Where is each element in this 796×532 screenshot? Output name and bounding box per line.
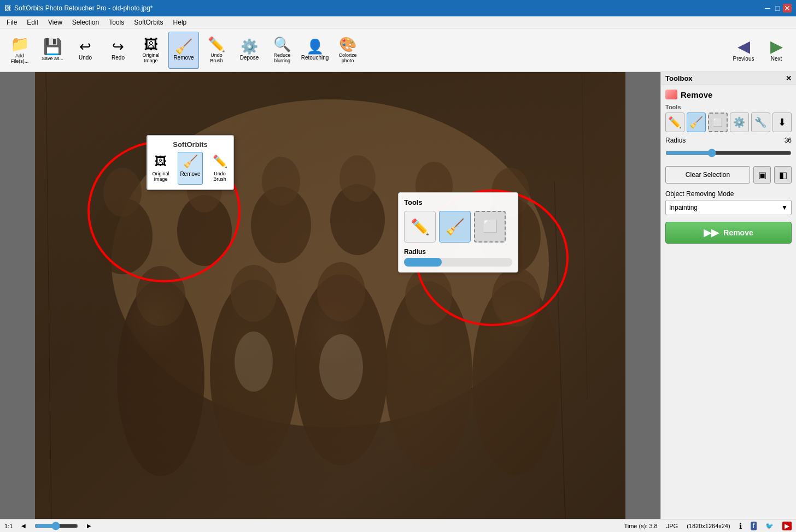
toolbox-remove-label: Remove (681, 90, 712, 99)
close-button[interactable]: ✕ (783, 4, 792, 13)
toolbar-original-image[interactable]: 🖼 Original Image (136, 32, 166, 69)
previous-button[interactable]: ◀ Previous (728, 31, 759, 68)
toolbox-tools-label: Tools (665, 104, 792, 110)
mode-dropdown-arrow: ▼ (781, 204, 788, 211)
toolbox-radius-slider[interactable] (665, 149, 792, 157)
toolbar-undo-brush[interactable]: ✏️ Undo Brush (201, 32, 232, 69)
svg-point-23 (492, 268, 540, 327)
window-title: SoftOrbits Photo Retoucher Pro - old-pho… (14, 4, 153, 12)
select-icon-btn-2[interactable]: ◧ (774, 166, 792, 184)
menu-bar: File Edit View Selection Tools SoftOrbit… (0, 16, 796, 28)
retouching-label: Retouching (301, 55, 329, 61)
popup-remove[interactable]: 🧹 Remove (178, 152, 203, 185)
iit-select-tool[interactable]: ⬜ (474, 211, 506, 243)
menu-edit[interactable]: Edit (22, 17, 43, 27)
svg-point-19 (317, 262, 365, 321)
toolbox-eraser-btn[interactable]: 🧹 (687, 113, 706, 132)
clear-selection-button[interactable]: Clear Selection (665, 166, 750, 184)
toolbox-panel: Toolbox ✕ Remove Tools ✏️ 🧹 ⬜ ⚙️ 🔧 ⬇ (660, 72, 796, 520)
minimize-button[interactable]: ─ (763, 4, 772, 13)
toolbox-brush-btn[interactable]: ✏️ (665, 113, 684, 132)
toolbar-add-files[interactable]: 📁 Add File(s)... (4, 32, 35, 69)
save-as-icon: 💾 (43, 39, 62, 55)
toolbar-remove[interactable]: 🧹 Remove (168, 32, 199, 69)
zoom-indicator: 1:1 (4, 523, 13, 529)
undo-label: Undo (79, 55, 92, 61)
zoom-slider[interactable] (34, 522, 78, 530)
info-icon[interactable]: ℹ (739, 522, 742, 530)
popup-undo-brush-label: Undo Brush (213, 171, 226, 182)
retouching-icon: 👤 (306, 39, 324, 54)
zoom-out-btn[interactable]: ◀ (21, 523, 26, 529)
select-icon-btn-1[interactable]: ▣ (753, 166, 771, 184)
remove-icon: 🧹 (175, 39, 192, 54)
menu-help[interactable]: Help (169, 17, 191, 27)
toolbox-tools-row: ✏️ 🧹 ⬜ ⚙️ 🔧 ⬇ (665, 113, 792, 132)
remove-action-button[interactable]: ▶▶ Remove (665, 222, 792, 244)
object-removing-mode-dropdown[interactable]: Inpainting ▼ (665, 200, 792, 215)
popup-original-image[interactable]: 🖼 Original Image (148, 152, 173, 185)
toolbox-settings1-btn[interactable]: ⚙️ (730, 113, 749, 132)
toolbox-radius-value: 36 (785, 137, 792, 144)
popup-undo-brush-icon: ✏️ (213, 155, 227, 169)
main-content: SoftOrbits 🖼 Original Image 🧹 Remove ✏️ … (0, 72, 796, 520)
photo-container (0, 72, 660, 520)
youtube-icon[interactable]: ▶ (782, 522, 792, 530)
toolbar-depose[interactable]: ⚙️ Depose (234, 32, 265, 69)
toolbar-save-as[interactable]: 💾 Save as... (37, 32, 68, 69)
popup-remove-label: Remove (180, 171, 200, 177)
remove-btn-arrow-icon: ▶▶ (704, 227, 719, 239)
iit-radius-track[interactable] (404, 258, 512, 267)
original-image-label: Original Image (142, 52, 159, 63)
toolbar-colorize[interactable]: 🎨 Colorize photo (332, 32, 363, 69)
toolbox-lasso-btn[interactable]: ⬜ (708, 113, 727, 132)
in-image-tools-panel: Tools ✏️ 🧹 ⬜ Radius (398, 192, 518, 273)
depose-label: Depose (240, 55, 259, 61)
popup-undo-brush[interactable]: ✏️ Undo Brush (207, 152, 232, 185)
popup-tools-row: 🖼 Original Image 🧹 Remove ✏️ Undo Brush (148, 152, 232, 185)
undo-brush-icon: ✏️ (208, 37, 225, 51)
redo-icon: ↪ (112, 39, 124, 54)
remove-btn-label: Remove (723, 228, 753, 237)
iit-title: Tools (404, 198, 512, 206)
toolbox-radius-section: Radius 36 (665, 137, 792, 159)
zoom-in-btn[interactable]: ▶ (87, 523, 91, 529)
format-label: JPG (666, 523, 678, 529)
softorbits-brand: SoftOrbits (173, 140, 208, 149)
toolbar-retouching[interactable]: 👤 Retouching (300, 32, 330, 69)
menu-file[interactable]: File (2, 17, 21, 27)
toolbox-close-button[interactable]: ✕ (786, 74, 792, 82)
facebook-icon[interactable]: f (751, 522, 757, 530)
twitter-icon[interactable]: 🐦 (765, 522, 774, 530)
toolbar-redo[interactable]: ↪ Redo (103, 32, 133, 69)
add-files-icon: 📁 (10, 37, 30, 52)
status-bar: 1:1 ◀ ▶ Time (s): 3.8 JPG (1820x1264x24)… (0, 519, 796, 532)
nav-buttons: ◀ Previous ▶ Next (728, 31, 792, 68)
toolbox-anchor-btn[interactable]: ⬇ (772, 113, 792, 132)
toolbox-header: Toolbox ✕ (661, 72, 796, 85)
iit-eraser-tool[interactable]: 🧹 (439, 211, 471, 243)
menu-view[interactable]: View (44, 17, 67, 27)
mode-selected-value: Inpainting (669, 204, 698, 211)
toolbar-undo[interactable]: ↩ Undo (70, 32, 101, 69)
maximize-button[interactable]: □ (773, 4, 782, 13)
softorbits-popup: SoftOrbits 🖼 Original Image 🧹 Remove ✏️ … (147, 135, 234, 190)
toolbox-radius-header: Radius 36 (665, 137, 792, 144)
depose-icon: ⚙️ (241, 39, 258, 54)
menu-selection[interactable]: Selection (68, 17, 103, 27)
menu-tools[interactable]: Tools (104, 17, 128, 27)
iit-brush-tool[interactable]: ✏️ (404, 211, 436, 243)
next-button[interactable]: ▶ Next (761, 31, 792, 68)
canvas-area[interactable]: SoftOrbits 🖼 Original Image 🧹 Remove ✏️ … (0, 72, 660, 520)
svg-point-3 (103, 168, 142, 217)
previous-icon: ◀ (738, 37, 750, 56)
undo-brush-label: Undo Brush (210, 52, 223, 63)
toolbox-settings2-btn[interactable]: 🔧 (751, 113, 770, 132)
menu-softorbits[interactable]: SoftOrbits (130, 17, 167, 27)
iit-tools-row: ✏️ 🧹 ⬜ (404, 211, 512, 243)
iit-radius-label: Radius (404, 248, 512, 256)
object-removing-mode-section: Object Removing Mode Inpainting ▼ (665, 190, 792, 215)
next-label: Next (771, 56, 782, 62)
toolbar-reduce-blurring[interactable]: 🔍 Reduce blurring (267, 32, 297, 69)
colorize-label: Colorize photo (338, 52, 356, 63)
